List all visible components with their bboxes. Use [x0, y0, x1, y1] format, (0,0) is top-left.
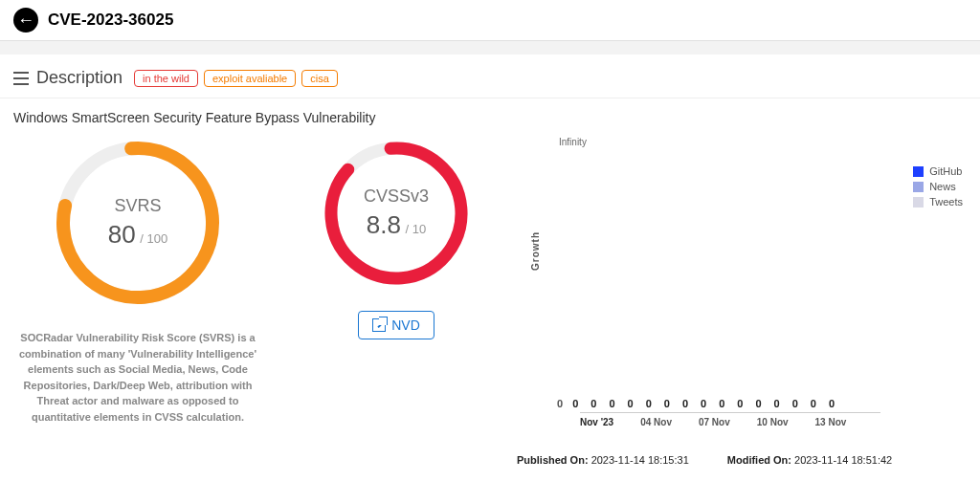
legend-item-news[interactable]: News — [913, 181, 963, 192]
chart-legend: GitHub News Tweets — [913, 165, 963, 211]
data-marker: 0 — [609, 398, 614, 409]
cvss-value: 8.8 — [367, 210, 401, 239]
data-marker: 0 — [719, 398, 724, 409]
main-content: SVRS 80 / 100 SOCRadar Vulnerability Ris… — [0, 129, 980, 471]
published-label: Published On: — [517, 454, 589, 466]
x-tick: 07 Nov — [699, 417, 730, 427]
data-marker: 0 — [829, 398, 835, 409]
external-link-icon — [372, 318, 386, 332]
svrs-max: / 100 — [140, 231, 167, 246]
svrs-value: 80 — [108, 220, 136, 249]
y-tick-zero: 0 — [557, 398, 563, 409]
data-marker: 0 — [755, 398, 761, 409]
data-marker: 0 — [628, 398, 634, 409]
badge-cisa: cisa — [301, 70, 338, 87]
svrs-name: SVRS — [114, 196, 161, 216]
divider — [0, 41, 980, 55]
back-button[interactable]: ← — [13, 8, 38, 33]
svrs-gauge: SVRS 80 / 100 — [52, 137, 224, 309]
description-header: Description in the wild exploit avaliabl… — [0, 55, 980, 98]
published-value: 2023-11-14 18:15:31 — [591, 454, 689, 466]
legend-swatch — [913, 197, 924, 208]
page-header: ← CVE-2023-36025 — [0, 0, 980, 41]
y-axis-label: Growth — [530, 231, 541, 271]
data-marker: 0 — [646, 398, 652, 409]
arrow-left-icon: ← — [17, 11, 34, 31]
legend-swatch — [913, 166, 924, 177]
data-marker: 0 — [664, 398, 670, 409]
x-tick: Nov '23 — [580, 417, 613, 427]
data-marker: 0 — [737, 398, 743, 409]
nvd-label: NVD — [391, 317, 420, 333]
legend-item-tweets[interactable]: Tweets — [913, 196, 963, 208]
cvss-gauge: CVSSv3 8.8 / 10 — [320, 137, 473, 290]
data-marker: 0 — [701, 398, 706, 409]
x-tick: 04 Nov — [640, 417, 672, 427]
data-marker: 0 — [572, 398, 578, 409]
data-marker: 0 — [590, 398, 596, 409]
data-marker: 0 — [811, 398, 816, 409]
description-label: Description — [36, 68, 122, 88]
cvss-name: CVSSv3 — [364, 186, 429, 207]
svrs-description: SOCRadar Vulnerability Risk Score (SVRS)… — [13, 330, 262, 425]
legend-item-github[interactable]: GitHub — [913, 165, 963, 177]
vulnerability-title: Windows SmartScreen Security Feature Byp… — [0, 98, 980, 129]
scores-row: SVRS 80 / 100 SOCRadar Vulnerability Ris… — [13, 137, 492, 471]
svrs-score: SVRS 80 / 100 SOCRadar Vulnerability Ris… — [13, 137, 262, 471]
data-marker: 0 — [682, 398, 688, 409]
cvss-max: / 10 — [405, 222, 426, 236]
page-title: CVE-2023-36025 — [48, 11, 173, 30]
badge-exploit-available: exploit avaliable — [204, 70, 296, 87]
x-axis-ticks: Nov '2304 Nov07 Nov10 Nov13 Nov — [580, 417, 880, 427]
badge-in-the-wild: in the wild — [134, 70, 198, 87]
y-top-label: Infinity — [559, 137, 587, 147]
data-marker: 0 — [792, 398, 798, 409]
x-tick: 13 Nov — [815, 417, 847, 427]
modified-value: 2023-11-14 18:51:42 — [794, 454, 892, 466]
data-markers: 000000000000000 — [572, 398, 835, 409]
list-icon — [13, 72, 29, 85]
metadata-row: Published On: 2023-11-14 18:15:31 Modifi… — [517, 454, 967, 466]
modified-label: Modified On: — [727, 454, 791, 466]
legend-swatch — [913, 182, 924, 192]
chart-axis: 0 000000000000000 Nov '2304 Nov07 Nov10 … — [568, 398, 880, 427]
cvss-score: CVSSv3 8.8 / 10 NVD — [301, 137, 492, 471]
growth-chart: Infinity GitHub News Tweets Growth 0 000… — [511, 137, 967, 471]
data-marker: 0 — [774, 398, 780, 409]
x-tick: 10 Nov — [757, 417, 789, 427]
nvd-link-button[interactable]: NVD — [358, 311, 434, 339]
